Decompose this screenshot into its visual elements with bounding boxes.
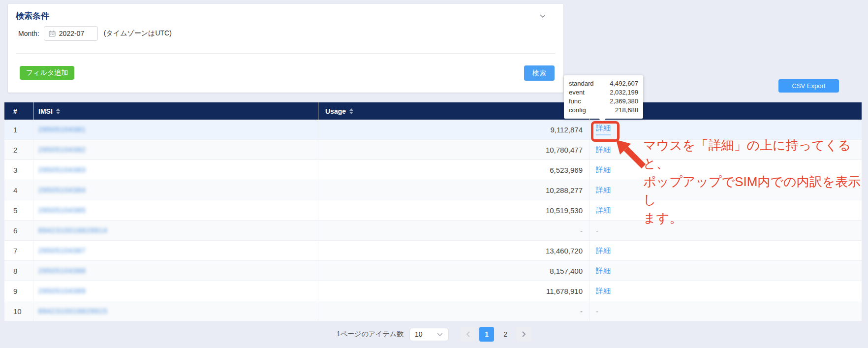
detail-dash: - xyxy=(596,226,598,235)
header-usage-label: Usage xyxy=(325,107,346,115)
imsi-cell: 29505104382 xyxy=(33,140,318,159)
row-number: 1 xyxy=(4,120,33,139)
items-per-page-value: 10 xyxy=(415,330,423,338)
tooltip-value: 4,492,607 xyxy=(610,79,638,88)
month-input[interactable]: 2022-07 xyxy=(44,26,98,41)
header-imsi-label: IMSI xyxy=(38,107,53,115)
imsi-cell: 8942310016829915 xyxy=(33,301,318,321)
row-number: 9 xyxy=(4,281,33,301)
tooltip-row: event2,032,199 xyxy=(569,88,638,97)
detail-link[interactable]: 詳細 xyxy=(596,145,611,155)
month-value: 2022-07 xyxy=(59,30,84,37)
search-button[interactable]: 検索 xyxy=(524,65,555,81)
tooltip-row: func2,369,380 xyxy=(569,97,638,106)
annotation-line: ます。 xyxy=(643,209,868,227)
tooltip-value: 218,688 xyxy=(615,106,638,115)
usage-value: 13,460,720 xyxy=(318,241,589,260)
row-number: 3 xyxy=(4,160,33,180)
usage-value: 10,519,530 xyxy=(318,200,589,220)
chevron-down-icon xyxy=(436,332,443,337)
imsi-cell: 29505104387 xyxy=(33,241,318,260)
row-number: 2 xyxy=(4,140,33,159)
detail-link[interactable]: 詳細 xyxy=(596,286,611,296)
row-number: 6 xyxy=(4,221,33,240)
items-per-page-select[interactable]: 10 xyxy=(409,328,449,341)
imsi-cell: 29505104388 xyxy=(33,261,318,281)
imsi-redacted-link[interactable]: 29505104385 xyxy=(38,206,86,214)
imsi-cell: 29505104389 xyxy=(33,281,318,301)
imsi-redacted-link[interactable]: 29505104384 xyxy=(38,186,86,194)
imsi-cell: 29505104383 xyxy=(33,160,318,180)
usage-value: 10,780,477 xyxy=(318,140,589,159)
pagination-bar: 1ページのアイテム数 10 12 xyxy=(0,327,868,342)
row-number: 5 xyxy=(4,200,33,220)
table-row: 8295051043888,157,400詳細 xyxy=(4,261,862,281)
tooltip-value: 2,032,199 xyxy=(610,88,638,97)
detail-cell: 詳細 xyxy=(589,261,862,281)
imsi-cell: 29505104384 xyxy=(33,180,318,200)
add-filter-button[interactable]: フィルタ追加 xyxy=(20,66,74,80)
tooltip-label: config xyxy=(569,106,586,115)
table-row: 108942310016829915-- xyxy=(4,301,862,321)
panel-divider xyxy=(16,53,556,54)
detail-link[interactable]: 詳細 xyxy=(596,186,611,195)
imsi-redacted-link[interactable]: 29505104388 xyxy=(38,267,86,275)
tooltip-label: standard xyxy=(569,79,594,88)
annotation-line: マウスを「詳細」の上に持ってくると、 xyxy=(643,136,868,173)
chevron-left-icon xyxy=(465,331,470,338)
table-header-row: # IMSI Usage xyxy=(4,102,862,120)
detail-link[interactable]: 詳細 xyxy=(596,165,611,175)
usage-value: 9,112,874 xyxy=(318,120,589,139)
page-buttons: 12 xyxy=(479,327,513,342)
imsi-cell: 29505104385 xyxy=(33,200,318,220)
detail-cell: 詳細 xyxy=(589,281,862,301)
usage-value: - xyxy=(318,221,589,240)
month-row: Month: 2022-07 (タイムゾーンはUTC) xyxy=(18,26,172,41)
imsi-cell: 8942310016829914 xyxy=(33,221,318,240)
detail-link[interactable]: 詳細 xyxy=(596,206,611,215)
row-number: 7 xyxy=(4,241,33,260)
panel-title: 検索条件 xyxy=(16,10,49,22)
imsi-redacted-link[interactable]: 29505104382 xyxy=(38,146,86,154)
usage-value: 6,523,969 xyxy=(318,160,589,180)
imsi-redacted-link[interactable]: 29505104389 xyxy=(38,287,86,295)
row-number: 4 xyxy=(4,180,33,200)
tooltip-row: config218,688 xyxy=(569,106,638,115)
detail-cell: - xyxy=(589,301,862,321)
imsi-redacted-link[interactable]: 8942310016829915 xyxy=(38,307,108,315)
table-row: 92950510438911,678,910詳細 xyxy=(4,281,862,301)
items-per-page-label: 1ページのアイテム数 xyxy=(337,330,403,339)
usage-value: - xyxy=(318,301,589,321)
next-page-button[interactable] xyxy=(517,327,531,342)
imsi-cell: 29505104381 xyxy=(33,120,318,139)
header-index: # xyxy=(4,102,33,120)
sort-icon[interactable] xyxy=(56,108,60,114)
imsi-redacted-link[interactable]: 29505104387 xyxy=(38,247,86,254)
imsi-redacted-link[interactable]: 8942310016829914 xyxy=(38,226,108,234)
csv-export-button[interactable]: CSV Export xyxy=(778,79,839,93)
annotation-line: ポップアップでSIM内での内訳を表示し xyxy=(643,173,868,209)
chevron-down-icon xyxy=(539,12,547,20)
sort-icon[interactable] xyxy=(349,108,353,114)
usage-value: 11,678,910 xyxy=(318,281,589,301)
usage-breakdown-tooltip: standard4,492,607event2,032,199func2,369… xyxy=(564,75,643,119)
imsi-redacted-link[interactable]: 29505104383 xyxy=(38,166,86,174)
collapse-panel-button[interactable] xyxy=(539,12,547,20)
usage-value: 10,288,277 xyxy=(318,180,589,200)
detail-link[interactable]: 詳細 xyxy=(596,266,611,276)
detail-link[interactable]: 詳細 xyxy=(596,246,611,255)
header-usage[interactable]: Usage xyxy=(318,102,589,120)
page-button-2[interactable]: 2 xyxy=(498,327,513,342)
page-button-1[interactable]: 1 xyxy=(479,327,494,342)
calendar-icon xyxy=(49,30,56,37)
month-label: Month: xyxy=(18,30,39,37)
prev-page-button[interactable] xyxy=(461,327,475,342)
tooltip-row: standard4,492,607 xyxy=(569,79,638,88)
tooltip-label: func xyxy=(569,97,581,106)
imsi-redacted-link[interactable]: 29505104381 xyxy=(38,126,86,133)
table-row: 72950510438713,460,720詳細 xyxy=(4,241,862,261)
row-number: 10 xyxy=(4,301,33,321)
annotation-text: マウスを「詳細」の上に持ってくると、ポップアップでSIM内での内訳を表示します。 xyxy=(643,136,868,227)
header-imsi[interactable]: IMSI xyxy=(33,102,318,120)
detail-cell: 詳細 xyxy=(589,241,862,260)
